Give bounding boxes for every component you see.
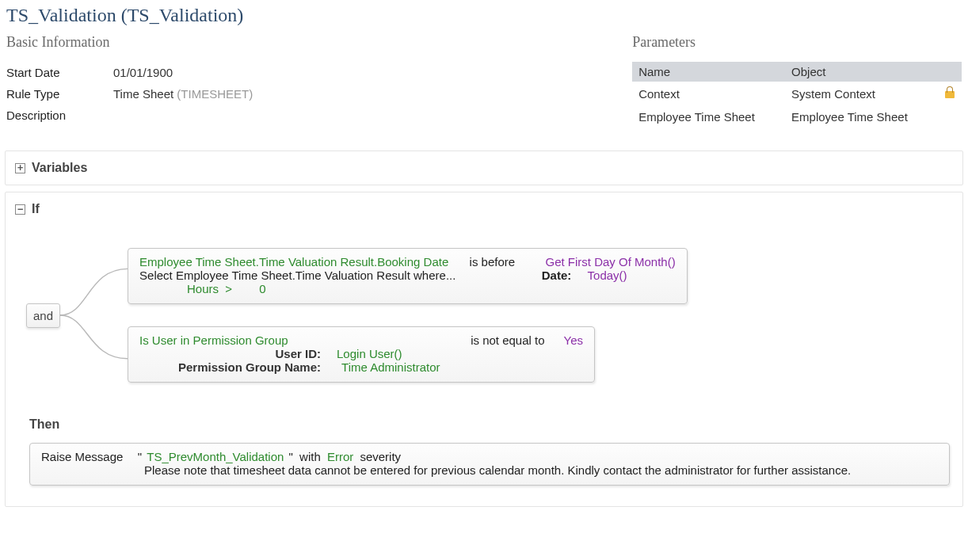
variables-panel: + Variables [5,150,963,185]
raise-quote-close: " [289,450,293,463]
param-object-cell: Employee Time Sheet [785,105,938,128]
cond1-select-text: Select Employee Time Sheet.Time Valuatio… [139,269,455,282]
cond1-func: Get First Day Of Month() [545,255,675,269]
cond2-pgroup-value: Time Administrator [326,360,440,374]
if-heading: If [32,202,40,216]
cond1-filter-value: 0 [259,282,265,295]
collapse-if-button[interactable]: − [15,204,25,215]
rule-type-value: Time Sheet (TIMESHEET) [113,87,253,101]
cond1-field: Employee Time Sheet.Time Valuation Resul… [139,255,448,269]
expand-variables-button[interactable]: + [15,163,25,173]
and-layout: and Employee Time Sheet.Time Valuation R… [26,248,953,383]
variables-header: + Variables [15,161,953,175]
if-header: − If [15,202,953,216]
cond2-value: Yes [564,333,583,347]
cond1-date-value: Today() [588,269,627,282]
raise-with: with [299,450,321,463]
raise-msg-name: TS_PrevMonth_Validation [147,450,284,463]
cond1-operator: is before [470,255,516,269]
start-date-label: Start Date [6,66,113,79]
conditions-col: Employee Time Sheet.Time Valuation Resul… [128,248,688,383]
raise-severity: Error [327,450,353,463]
and-chip[interactable]: and [26,303,60,328]
variables-heading: Variables [32,161,87,175]
raise-prefix: Raise Message [41,450,123,463]
rule-type-label: Rule Type [6,87,113,101]
param-name-cell: Context [632,82,785,105]
cond2-userid-label: User ID: [139,347,326,360]
if-panel: − If and Employee Time Sheet.Time Valuat… [5,192,963,507]
raise-severity-word: severity [360,450,401,463]
basic-info-col: Basic Information Start Date 01/01/1900 … [6,34,632,128]
param-col-lock [938,62,962,82]
start-date-value: 01/01/1900 [113,66,173,79]
basic-info-heading: Basic Information [6,34,632,51]
cond1-date-label: Date: [542,269,572,282]
then-heading: Then [29,417,953,432]
parameters-table: Name Object Context System Context Emplo… [632,62,962,128]
rule-type-code: (TIMESHEET) [177,87,253,101]
rule-type-row: Rule Type Time Sheet (TIMESHEET) [6,83,632,105]
description-label: Description [6,109,113,122]
condition-card-1[interactable]: Employee Time Sheet.Time Valuation Resul… [128,248,688,304]
cond1-filter-field: Hours [187,282,219,295]
page-title: TS_Validation (TS_Validation) [0,0,968,34]
top-info-section: Basic Information Start Date 01/01/1900 … [0,34,968,147]
cond2-userid-value: Login User() [326,347,402,360]
parameters-heading: Parameters [632,34,962,51]
start-date-row: Start Date 01/01/1900 [6,62,632,83]
param-col-name: Name [632,62,785,82]
param-row: Employee Time Sheet Employee Time Sheet [632,105,962,128]
param-row: Context System Context [632,82,962,105]
raise-detail: Please note that timesheet data cannot b… [41,463,938,477]
param-name-cell: Employee Time Sheet [632,105,785,128]
rule-type-text: Time Sheet [113,87,173,101]
raise-quote-open: " [138,450,142,463]
cond1-filter-op: > [225,282,232,295]
cond2-func: Is User in Permission Group [139,333,288,347]
condition-card-2[interactable]: Is User in Permission Group is not equal… [128,326,595,383]
if-body: and Employee Time Sheet.Time Valuation R… [15,248,953,383]
parameters-col: Parameters Name Object Context System Co… [632,34,962,128]
description-row: Description [6,105,632,126]
param-lock-cell [938,105,962,128]
lock-icon [944,86,955,98]
connector-lines [60,248,128,383]
raise-message-card[interactable]: Raise Message " TS_PrevMonth_Validation … [29,443,950,486]
cond2-pgroup-label: Permission Group Name: [139,360,326,374]
param-col-object: Object [785,62,938,82]
cond2-operator: is not equal to [471,333,544,347]
param-lock-cell [938,82,962,105]
param-object-cell: System Context [785,82,938,105]
